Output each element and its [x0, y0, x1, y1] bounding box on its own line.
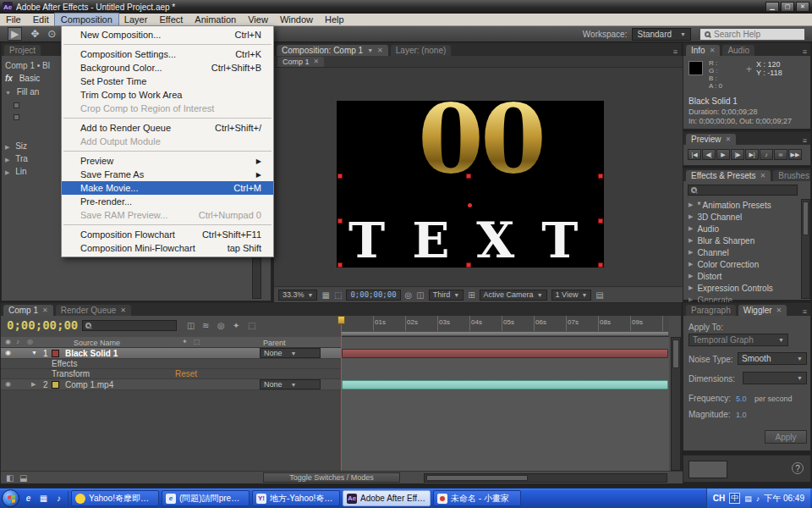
- eye-icon[interactable]: ◉: [5, 349, 11, 356]
- menu-item-save-frame-as[interactable]: Save Frame As ▶: [62, 168, 273, 181]
- selection-handle[interactable]: [337, 262, 343, 268]
- expand-layers-icon[interactable]: ◧: [6, 473, 14, 483]
- column-source-name[interactable]: Source Name: [74, 339, 120, 347]
- tab-timeline-comp1[interactable]: Comp 1 ✕: [3, 305, 53, 316]
- keyboard-icon[interactable]: ▤: [744, 494, 752, 503]
- taskbar-button-browser-1[interactable]: e (問題)請問premi...: [162, 490, 250, 506]
- quick-launch-browser-icon[interactable]: e: [22, 492, 35, 505]
- menu-effect[interactable]: Effect: [153, 14, 189, 25]
- next-frame-button[interactable]: |▶: [731, 149, 744, 160]
- chevron-right-icon[interactable]: ▶: [689, 249, 693, 256]
- checkbox[interactable]: [14, 102, 19, 108]
- menu-item-set-poster-time[interactable]: Set Poster Time: [62, 75, 273, 88]
- anchor-point[interactable]: [468, 203, 472, 207]
- current-time-indicator-head[interactable]: [337, 316, 345, 324]
- chevron-right-icon[interactable]: ▶: [689, 261, 693, 268]
- tab-composition-comp1[interactable]: Composition: Comp 1 ▼ ✕: [277, 45, 388, 56]
- tab-info[interactable]: Info ✕: [686, 45, 720, 56]
- last-frame-button[interactable]: ▶|: [745, 149, 759, 160]
- close-icon[interactable]: ✕: [760, 172, 766, 179]
- tab-project[interactable]: Project: [4, 45, 41, 56]
- dimensions-select[interactable]: ▼: [743, 372, 807, 384]
- chevron-right-icon[interactable]: ▶: [689, 213, 693, 220]
- chevron-right-icon[interactable]: ▶: [689, 202, 693, 208]
- layer-color-chip[interactable]: [52, 381, 59, 389]
- panel-menu-icon[interactable]: ≡: [799, 307, 810, 316]
- help-search-input[interactable]: [714, 30, 798, 39]
- show-channel-icon[interactable]: ◫: [416, 290, 424, 300]
- effects-category-channel[interactable]: ▶Channel: [683, 246, 802, 258]
- chevron-down-icon[interactable]: ▼: [367, 47, 373, 53]
- menu-item-pre-render[interactable]: Pre-render...: [62, 195, 273, 208]
- volume-icon[interactable]: ♪: [756, 494, 760, 503]
- close-icon[interactable]: ✕: [42, 306, 48, 314]
- chevron-right-icon[interactable]: ▶: [5, 169, 9, 175]
- chevron-right-icon[interactable]: ▶: [689, 237, 693, 244]
- timeline-horizontal-scrollbar[interactable]: [424, 473, 667, 483]
- panel-menu-icon[interactable]: ≡: [799, 136, 810, 145]
- close-icon[interactable]: ✕: [314, 58, 320, 66]
- menu-view[interactable]: View: [242, 14, 274, 25]
- motion-blur-icon[interactable]: ✦: [233, 321, 239, 330]
- selection-handle[interactable]: [598, 174, 603, 179]
- language-indicator[interactable]: CH: [713, 494, 725, 503]
- noise-type-select[interactable]: Smooth ▼: [738, 352, 807, 365]
- flowchart-thumbnail[interactable]: [689, 461, 727, 478]
- draft-3d-icon[interactable]: ≋: [202, 321, 209, 330]
- effect-row[interactable]: fx Basic: [5, 74, 40, 83]
- chevron-right-icon[interactable]: ▶: [5, 144, 9, 150]
- selection-handle[interactable]: [466, 262, 471, 268]
- panel-menu-icon[interactable]: ≡: [799, 47, 810, 56]
- menu-animation[interactable]: Animation: [189, 14, 242, 25]
- apply-button[interactable]: Apply: [765, 430, 807, 444]
- effects-search-box[interactable]: [688, 185, 798, 196]
- tab-brushes[interactable]: Brushes: [773, 170, 810, 181]
- menu-file[interactable]: File: [0, 14, 27, 25]
- property-group-line[interactable]: ▶ Lin: [5, 167, 27, 176]
- timeline-vertical-scrollbar[interactable]: [671, 337, 681, 471]
- grid-icon[interactable]: ⬚: [334, 290, 342, 300]
- twirl-right-icon[interactable]: ▶: [31, 381, 36, 388]
- safe-areas-icon[interactable]: ▦: [321, 290, 329, 300]
- effects-category-distort[interactable]: ▶Distort: [683, 270, 802, 282]
- ram-preview-button[interactable]: ▶▶: [788, 149, 802, 160]
- composition-mini-flowchart-icon[interactable]: ◫: [187, 321, 195, 330]
- selection-handle[interactable]: [337, 218, 343, 224]
- first-frame-button[interactable]: |◀: [688, 149, 701, 160]
- toggle-switches-modes-button[interactable]: Toggle Switches / Modes: [263, 472, 400, 483]
- snapshot-icon[interactable]: ◎: [405, 290, 413, 300]
- menu-item-background-color[interactable]: Background Color... Ctrl+Shift+B: [62, 61, 273, 75]
- property-group-label[interactable]: Transform: [52, 369, 90, 378]
- effects-category-blur-sharpen[interactable]: ▶Blur & Sharpen: [683, 235, 802, 246]
- effects-category-3d-channel[interactable]: ▶3D Channel: [683, 211, 802, 223]
- taskbar-button-after-effects[interactable]: Ae Adobe After Effe...: [343, 490, 431, 506]
- layer-bar-black-solid[interactable]: [342, 349, 668, 358]
- layer-color-chip[interactable]: [52, 350, 59, 357]
- menu-composition[interactable]: Composition: [55, 14, 118, 25]
- effects-category-expression-controls[interactable]: ▶Expression Controls: [683, 282, 802, 294]
- menu-item-make-movie[interactable]: Make Movie... Ctrl+M: [62, 181, 273, 195]
- ime-indicator[interactable]: 中: [729, 493, 740, 504]
- effects-category-audio[interactable]: ▶Audio: [683, 223, 802, 235]
- help-search-box[interactable]: [700, 28, 805, 41]
- chevron-right-icon[interactable]: ▶: [5, 157, 9, 163]
- selection-handle[interactable]: [466, 174, 471, 179]
- close-icon[interactable]: ✕: [710, 47, 716, 54]
- property-row-transform[interactable]: Transform Reset: [1, 369, 341, 379]
- composition-canvas[interactable]: 00 TEXT: [337, 101, 604, 268]
- menu-item-trim-comp-to-work-area[interactable]: Trim Comp to Work Area: [62, 88, 273, 102]
- effects-category-animation-presets[interactable]: ▶* Animation Presets: [683, 199, 802, 211]
- selection-handle[interactable]: [598, 218, 603, 224]
- timeline-search-input[interactable]: [94, 322, 170, 330]
- quick-launch-media-icon[interactable]: ♪: [52, 492, 65, 505]
- layer-row-comp1-mp4[interactable]: ◉ ▶ 2 Comp 1.mp4 None ▼: [1, 379, 341, 390]
- zoom-out-icon[interactable]: ⬓: [19, 473, 27, 483]
- minimize-button[interactable]: ▁: [765, 2, 779, 12]
- current-time-indicator[interactable]: [341, 316, 342, 471]
- reset-link[interactable]: Reset: [175, 369, 197, 378]
- close-icon[interactable]: ✕: [120, 306, 126, 314]
- magnitude-value[interactable]: 1.0: [736, 411, 747, 419]
- tab-render-queue[interactable]: Render Queue ✕: [56, 305, 131, 316]
- effects-search-input[interactable]: [700, 186, 776, 195]
- taskbar-button-paint[interactable]: 未命名 - 小畫家: [433, 490, 521, 506]
